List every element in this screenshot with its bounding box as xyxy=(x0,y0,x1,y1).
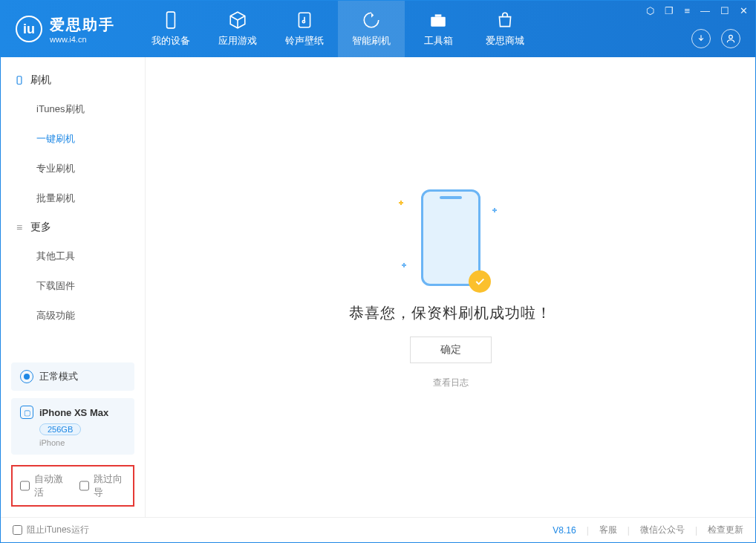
skin-icon[interactable]: ⬡ xyxy=(646,5,654,16)
window-controls: ⬡ ❐ ≡ — ☐ ✕ xyxy=(646,5,748,16)
tab-flash[interactable]: 智能刷机 xyxy=(338,1,405,57)
svg-rect-6 xyxy=(17,77,22,85)
group-label: 更多 xyxy=(30,221,51,234)
menu-icon[interactable]: ≡ xyxy=(684,5,690,16)
minimize-button[interactable]: — xyxy=(700,5,710,16)
auto-activate-input[interactable] xyxy=(20,481,30,491)
block-itunes-label: 阻止iTunes运行 xyxy=(27,524,89,536)
skip-guide-input[interactable] xyxy=(79,481,89,491)
more-icon: ≡ xyxy=(14,222,25,233)
app-logo: iu 爱思助手 www.i4.cn xyxy=(1,15,130,44)
tab-my-device[interactable]: 我的设备 xyxy=(137,1,204,57)
auto-activate-label: 自动激活 xyxy=(34,472,66,499)
sidebar-item-download-firmware[interactable]: 下载固件 xyxy=(1,271,145,301)
maximize-button[interactable]: ☐ xyxy=(720,5,729,16)
device-icon xyxy=(14,75,25,85)
phone-icon xyxy=(421,189,480,286)
sparkle-icon xyxy=(399,201,403,205)
tab-apps-games[interactable]: 应用游戏 xyxy=(204,1,271,57)
svg-rect-3 xyxy=(431,17,446,27)
app-title: 爱思助手 xyxy=(50,15,115,35)
device-info[interactable]: ▢ iPhone XS Max 256GB iPhone xyxy=(11,398,134,455)
mode-status[interactable]: 正常模式 xyxy=(11,362,134,391)
tab-label: 铃声壁纸 xyxy=(285,34,324,48)
bag-icon xyxy=(495,10,515,30)
device-name: iPhone XS Max xyxy=(39,407,108,418)
sparkle-icon xyxy=(402,263,406,267)
tab-label: 工具箱 xyxy=(424,34,453,48)
sidebar-group-more: ≡ 更多 xyxy=(1,213,145,241)
nav-tabs: 我的设备 应用游戏 铃声壁纸 智能刷机 工具箱 爱思商城 xyxy=(137,1,538,57)
svg-point-2 xyxy=(302,21,304,23)
device-type: iPhone xyxy=(39,438,126,447)
tab-label: 爱思商城 xyxy=(486,34,524,48)
skip-guide-checkbox[interactable]: 跳过向导 xyxy=(79,472,126,499)
sidebar-item-other-tools[interactable]: 其他工具 xyxy=(1,241,145,271)
options-row: 自动激活 跳过向导 xyxy=(11,465,134,507)
tab-label: 我的设备 xyxy=(151,34,190,48)
download-button[interactable] xyxy=(691,29,711,48)
feedback-icon[interactable]: ❐ xyxy=(665,5,674,16)
view-log-link[interactable]: 查看日志 xyxy=(433,377,469,389)
user-button[interactable] xyxy=(721,29,740,48)
success-illustration xyxy=(384,186,518,290)
sparkle-icon xyxy=(492,208,497,212)
sidebar-item-advanced[interactable]: 高级功能 xyxy=(1,301,145,331)
app-subtitle: www.i4.cn xyxy=(50,35,115,44)
tab-store[interactable]: 爱思商城 xyxy=(472,1,538,57)
toolbox-icon xyxy=(428,10,448,30)
group-label: 刷机 xyxy=(30,74,51,87)
block-itunes-input[interactable] xyxy=(13,525,22,535)
phone-icon xyxy=(161,10,180,30)
sidebar: 刷机 iTunes刷机 一键刷机 专业刷机 批量刷机 ≡ 更多 其他工具 下载固… xyxy=(1,57,146,517)
customer-service-link[interactable]: 客服 xyxy=(599,524,617,536)
refresh-icon xyxy=(362,10,381,30)
close-button[interactable]: ✕ xyxy=(740,5,748,16)
tab-label: 应用游戏 xyxy=(218,34,257,48)
main-content: 恭喜您，保资料刷机成功啦！ 确定 查看日志 xyxy=(146,57,755,517)
sidebar-item-batch-flash[interactable]: 批量刷机 xyxy=(1,183,145,213)
music-icon xyxy=(295,10,314,30)
svg-point-5 xyxy=(729,35,733,39)
cube-icon xyxy=(228,10,247,30)
confirm-button[interactable]: 确定 xyxy=(410,336,492,363)
version-label: V8.16 xyxy=(553,525,576,536)
check-update-link[interactable]: 检查更新 xyxy=(708,524,743,536)
success-message: 恭喜您，保资料刷机成功啦！ xyxy=(349,303,552,323)
sidebar-group-flash: 刷机 xyxy=(1,66,145,94)
app-header: iu 爱思助手 www.i4.cn 我的设备 应用游戏 铃声壁纸 智能刷机 工具… xyxy=(1,1,755,57)
logo-icon: iu xyxy=(16,16,42,42)
mode-dot-icon xyxy=(20,370,33,383)
svg-rect-0 xyxy=(167,12,175,28)
block-itunes-checkbox[interactable]: 阻止iTunes运行 xyxy=(13,524,89,536)
mode-label: 正常模式 xyxy=(39,370,78,383)
tab-label: 智能刷机 xyxy=(352,34,391,48)
skip-guide-label: 跳过向导 xyxy=(94,472,126,499)
header-actions xyxy=(691,29,740,48)
sidebar-item-oneclick-flash[interactable]: 一键刷机 xyxy=(1,124,145,154)
sidebar-item-pro-flash[interactable]: 专业刷机 xyxy=(1,154,145,183)
wechat-link[interactable]: 微信公众号 xyxy=(640,524,685,536)
check-badge-icon xyxy=(469,270,491,293)
footer: 阻止iTunes运行 V8.16 | 客服 | 微信公众号 | 检查更新 xyxy=(1,517,755,542)
device-capacity: 256GB xyxy=(39,423,81,435)
auto-activate-checkbox[interactable]: 自动激活 xyxy=(20,472,66,499)
device-small-icon: ▢ xyxy=(20,406,33,419)
sidebar-item-itunes-flash[interactable]: iTunes刷机 xyxy=(1,94,145,124)
tab-ringtones[interactable]: 铃声壁纸 xyxy=(271,1,338,57)
tab-toolbox[interactable]: 工具箱 xyxy=(405,1,472,57)
svg-rect-4 xyxy=(435,14,442,16)
